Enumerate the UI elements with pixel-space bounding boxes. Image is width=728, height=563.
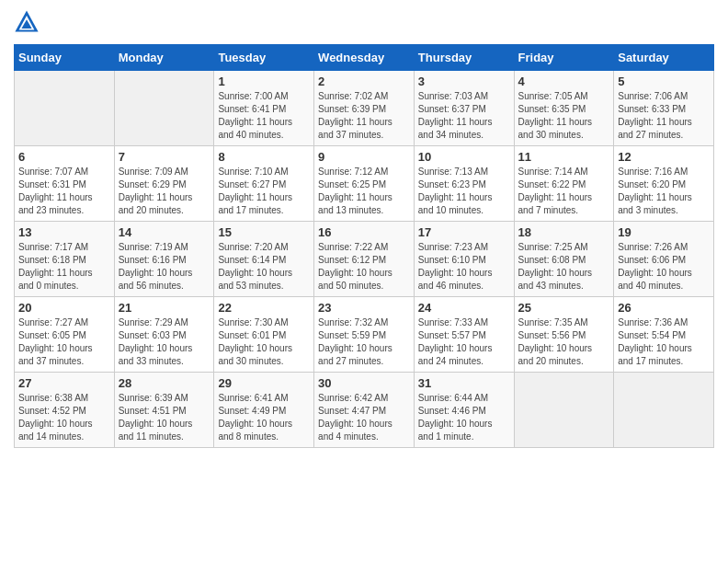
day-number: 13	[18, 225, 110, 239]
day-number: 27	[18, 376, 110, 390]
calendar-cell: 30Sunrise: 6:42 AM Sunset: 4:47 PM Dayli…	[314, 373, 415, 448]
calendar-cell: 21Sunrise: 7:29 AM Sunset: 6:03 PM Dayli…	[114, 297, 214, 373]
header	[14, 9, 714, 35]
day-number: 31	[418, 376, 510, 390]
calendar-cell: 20Sunrise: 7:27 AM Sunset: 6:05 PM Dayli…	[15, 297, 115, 373]
day-info: Sunrise: 7:27 AM Sunset: 6:05 PM Dayligh…	[18, 316, 110, 368]
day-info: Sunrise: 7:36 AM Sunset: 5:54 PM Dayligh…	[618, 316, 710, 368]
day-number: 24	[418, 301, 510, 315]
calendar-cell: 12Sunrise: 7:16 AM Sunset: 6:20 PM Dayli…	[614, 146, 714, 222]
day-info: Sunrise: 6:41 AM Sunset: 4:49 PM Dayligh…	[218, 392, 310, 443]
calendar-week-row: 6Sunrise: 7:07 AM Sunset: 6:31 PM Daylig…	[15, 146, 714, 222]
day-info: Sunrise: 7:17 AM Sunset: 6:18 PM Dayligh…	[18, 241, 110, 293]
calendar-header-row: SundayMondayTuesdayWednesdayThursdayFrid…	[15, 45, 714, 71]
calendar-cell: 23Sunrise: 7:32 AM Sunset: 5:59 PM Dayli…	[314, 297, 415, 373]
day-info: Sunrise: 7:29 AM Sunset: 6:03 PM Dayligh…	[119, 316, 210, 368]
calendar-cell: 31Sunrise: 6:44 AM Sunset: 4:46 PM Dayli…	[414, 373, 514, 448]
day-number: 20	[18, 301, 110, 315]
day-info: Sunrise: 6:39 AM Sunset: 4:51 PM Dayligh…	[119, 392, 210, 443]
day-number: 17	[418, 225, 510, 239]
calendar-cell: 8Sunrise: 7:10 AM Sunset: 6:27 PM Daylig…	[214, 146, 314, 222]
day-info: Sunrise: 7:00 AM Sunset: 6:41 PM Dayligh…	[218, 90, 310, 142]
calendar-cell: 29Sunrise: 6:41 AM Sunset: 4:49 PM Dayli…	[214, 373, 314, 448]
calendar-cell: 19Sunrise: 7:26 AM Sunset: 6:06 PM Dayli…	[614, 222, 714, 297]
day-info: Sunrise: 7:35 AM Sunset: 5:56 PM Dayligh…	[518, 316, 610, 368]
calendar-cell: 16Sunrise: 7:22 AM Sunset: 6:12 PM Dayli…	[314, 222, 415, 297]
day-number: 9	[318, 150, 410, 164]
day-number: 4	[518, 75, 610, 88]
calendar-cell	[514, 373, 614, 448]
calendar-cell: 6Sunrise: 7:07 AM Sunset: 6:31 PM Daylig…	[15, 146, 115, 222]
day-info: Sunrise: 7:02 AM Sunset: 6:39 PM Dayligh…	[318, 90, 410, 142]
calendar-week-row: 1Sunrise: 7:00 AM Sunset: 6:41 PM Daylig…	[15, 71, 714, 146]
calendar-cell: 2Sunrise: 7:02 AM Sunset: 6:39 PM Daylig…	[314, 71, 415, 146]
calendar-cell: 14Sunrise: 7:19 AM Sunset: 6:16 PM Dayli…	[114, 222, 214, 297]
day-info: Sunrise: 7:19 AM Sunset: 6:16 PM Dayligh…	[119, 241, 210, 293]
day-number: 26	[618, 301, 710, 315]
day-info: Sunrise: 7:32 AM Sunset: 5:59 PM Dayligh…	[318, 316, 410, 368]
calendar-week-row: 20Sunrise: 7:27 AM Sunset: 6:05 PM Dayli…	[15, 297, 714, 373]
day-info: Sunrise: 7:12 AM Sunset: 6:25 PM Dayligh…	[318, 166, 410, 217]
day-number: 5	[618, 75, 710, 88]
day-info: Sunrise: 7:03 AM Sunset: 6:37 PM Dayligh…	[418, 90, 510, 142]
day-number: 23	[318, 301, 410, 315]
calendar-cell: 18Sunrise: 7:25 AM Sunset: 6:08 PM Dayli…	[514, 222, 614, 297]
day-info: Sunrise: 7:10 AM Sunset: 6:27 PM Dayligh…	[218, 166, 310, 217]
day-number: 30	[318, 376, 410, 390]
day-info: Sunrise: 7:14 AM Sunset: 6:22 PM Dayligh…	[518, 166, 610, 217]
day-info: Sunrise: 6:42 AM Sunset: 4:47 PM Dayligh…	[318, 392, 410, 443]
day-number: 10	[418, 150, 510, 164]
day-number: 1	[218, 75, 310, 88]
day-number: 21	[119, 301, 210, 315]
day-header-monday: Monday	[114, 45, 214, 71]
day-number: 28	[119, 376, 210, 390]
day-info: Sunrise: 7:06 AM Sunset: 6:33 PM Dayligh…	[618, 90, 710, 142]
day-number: 3	[418, 75, 510, 88]
calendar-cell: 4Sunrise: 7:05 AM Sunset: 6:35 PM Daylig…	[514, 71, 614, 146]
calendar-cell: 25Sunrise: 7:35 AM Sunset: 5:56 PM Dayli…	[514, 297, 614, 373]
calendar-cell: 24Sunrise: 7:33 AM Sunset: 5:57 PM Dayli…	[414, 297, 514, 373]
calendar-cell: 17Sunrise: 7:23 AM Sunset: 6:10 PM Dayli…	[414, 222, 514, 297]
day-info: Sunrise: 7:09 AM Sunset: 6:29 PM Dayligh…	[119, 166, 210, 217]
day-info: Sunrise: 7:23 AM Sunset: 6:10 PM Dayligh…	[418, 241, 510, 293]
day-number: 15	[218, 225, 310, 239]
day-number: 6	[18, 150, 110, 164]
day-number: 7	[119, 150, 210, 164]
day-number: 22	[218, 301, 310, 315]
calendar-cell	[114, 71, 214, 146]
calendar-cell: 11Sunrise: 7:14 AM Sunset: 6:22 PM Dayli…	[514, 146, 614, 222]
day-number: 18	[518, 225, 610, 239]
calendar-cell: 13Sunrise: 7:17 AM Sunset: 6:18 PM Dayli…	[15, 222, 115, 297]
day-number: 16	[318, 225, 410, 239]
day-header-tuesday: Tuesday	[214, 45, 314, 71]
day-info: Sunrise: 7:20 AM Sunset: 6:14 PM Dayligh…	[218, 241, 310, 293]
day-number: 29	[218, 376, 310, 390]
calendar-cell: 7Sunrise: 7:09 AM Sunset: 6:29 PM Daylig…	[114, 146, 214, 222]
day-header-sunday: Sunday	[15, 45, 115, 71]
calendar-week-row: 13Sunrise: 7:17 AM Sunset: 6:18 PM Dayli…	[15, 222, 714, 297]
day-header-saturday: Saturday	[614, 45, 714, 71]
calendar-cell: 3Sunrise: 7:03 AM Sunset: 6:37 PM Daylig…	[414, 71, 514, 146]
calendar-cell: 22Sunrise: 7:30 AM Sunset: 6:01 PM Dayli…	[214, 297, 314, 373]
logo	[14, 9, 43, 35]
calendar-cell: 15Sunrise: 7:20 AM Sunset: 6:14 PM Dayli…	[214, 222, 314, 297]
day-number: 2	[318, 75, 410, 88]
day-info: Sunrise: 7:26 AM Sunset: 6:06 PM Dayligh…	[618, 241, 710, 293]
day-number: 12	[618, 150, 710, 164]
day-number: 25	[518, 301, 610, 315]
day-info: Sunrise: 7:22 AM Sunset: 6:12 PM Dayligh…	[318, 241, 410, 293]
day-number: 14	[119, 225, 210, 239]
calendar-week-row: 27Sunrise: 6:38 AM Sunset: 4:52 PM Dayli…	[15, 373, 714, 448]
day-header-wednesday: Wednesday	[314, 45, 415, 71]
day-info: Sunrise: 7:25 AM Sunset: 6:08 PM Dayligh…	[518, 241, 610, 293]
calendar-cell	[614, 373, 714, 448]
day-info: Sunrise: 7:33 AM Sunset: 5:57 PM Dayligh…	[418, 316, 510, 368]
day-info: Sunrise: 7:05 AM Sunset: 6:35 PM Dayligh…	[518, 90, 610, 142]
day-header-friday: Friday	[514, 45, 614, 71]
day-info: Sunrise: 6:44 AM Sunset: 4:46 PM Dayligh…	[418, 392, 510, 443]
calendar-cell: 1Sunrise: 7:00 AM Sunset: 6:41 PM Daylig…	[214, 71, 314, 146]
calendar-cell: 10Sunrise: 7:13 AM Sunset: 6:23 PM Dayli…	[414, 146, 514, 222]
day-number: 19	[618, 225, 710, 239]
calendar-cell: 27Sunrise: 6:38 AM Sunset: 4:52 PM Dayli…	[15, 373, 115, 448]
day-info: Sunrise: 7:16 AM Sunset: 6:20 PM Dayligh…	[618, 166, 710, 217]
